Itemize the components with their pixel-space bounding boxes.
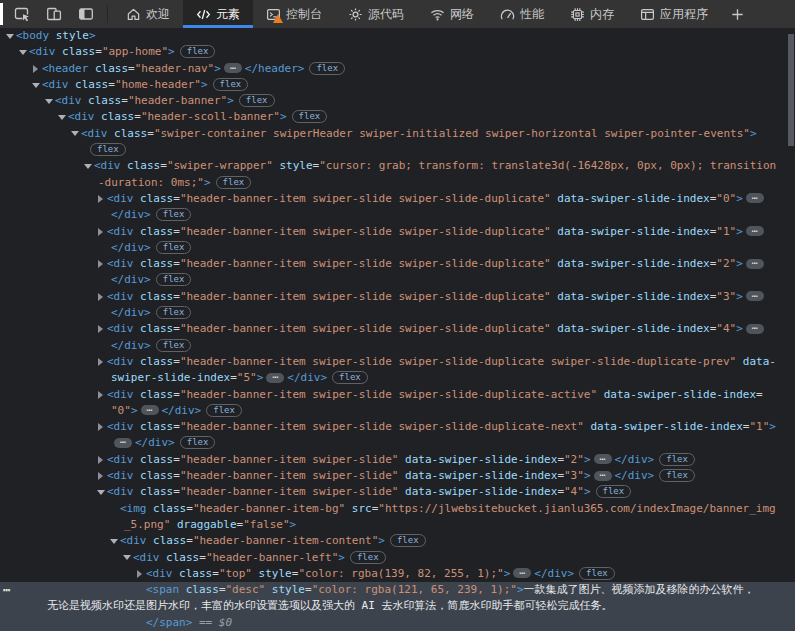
dom-tree-row[interactable]: _5.png" draggable="false">: [0, 517, 795, 533]
inline-expand-ellipsis-button[interactable]: ⋯: [746, 291, 764, 301]
dom-tree-row[interactable]: <div class="header-banner-item swiper-sl…: [0, 354, 795, 370]
expand-arrow-icon[interactable]: [94, 452, 107, 468]
collapse-arrow-icon[interactable]: [3, 28, 16, 44]
dom-tree-row[interactable]: <div class="header-banner-left">flex: [0, 550, 795, 566]
focus-mode-button[interactable]: [70, 0, 102, 28]
flex-badge[interactable]: flex: [180, 45, 216, 58]
dom-tree-row[interactable]: <div class="app-home">flex: [0, 44, 795, 60]
dom-tree-row[interactable]: <div class="header-banner-item-content">…: [0, 533, 795, 549]
tab-welcome[interactable]: 欢迎: [113, 0, 183, 28]
dom-tree-row[interactable]: <div class="header-banner-item swiper-sl…: [0, 191, 795, 207]
flex-badge[interactable]: flex: [90, 143, 126, 156]
inspect-button[interactable]: [6, 0, 38, 28]
dom-tree-row[interactable]: <div class="swiper-container swiperHeade…: [0, 126, 795, 142]
dom-tree-row[interactable]: </div>flex: [0, 338, 795, 354]
tab-application[interactable]: 应用程序: [627, 0, 721, 28]
inline-expand-ellipsis-button[interactable]: ⋯: [746, 324, 764, 334]
dom-tree-row[interactable]: <div class="header-banner-item swiper-sl…: [0, 387, 795, 403]
expand-arrow-icon[interactable]: [94, 191, 107, 207]
dom-tree-row[interactable]: <div class="header-banner-item swiper-sl…: [0, 321, 795, 337]
flex-badge[interactable]: flex: [332, 371, 368, 384]
dom-tree-row[interactable]: "0">⋯</div>flex: [0, 403, 795, 419]
flex-badge[interactable]: flex: [180, 436, 216, 449]
row-menu-ellipsis-icon[interactable]: ⋯: [3, 582, 10, 598]
inline-expand-ellipsis-button[interactable]: ⋯: [224, 63, 242, 73]
inline-expand-ellipsis-button[interactable]: ⋯: [746, 226, 764, 236]
inline-expand-ellipsis-button[interactable]: ⋯: [594, 471, 612, 481]
dom-tree-row[interactable]: <div class="header-banner-item swiper-sl…: [0, 484, 795, 500]
collapse-arrow-icon[interactable]: [107, 533, 120, 549]
dom-tree-row[interactable]: </div>flex: [0, 305, 795, 321]
expand-arrow-icon[interactable]: [94, 256, 107, 272]
dom-tree-row[interactable]: </div>flex: [0, 272, 795, 288]
inline-expand-ellipsis-button[interactable]: ⋯: [746, 259, 764, 269]
flex-badge[interactable]: flex: [216, 176, 252, 189]
tab-memory[interactable]: 内存: [557, 0, 627, 28]
inline-expand-ellipsis-button[interactable]: ⋯: [513, 568, 531, 578]
dom-tree-row[interactable]: <div class="header-banner-item swiper-sl…: [0, 289, 795, 305]
expand-arrow-icon[interactable]: [94, 289, 107, 305]
tab-sources[interactable]: 源代码: [335, 0, 417, 28]
more-tools-button[interactable]: [723, 0, 751, 28]
flex-badge[interactable]: flex: [579, 567, 615, 580]
dom-tree-row[interactable]: <div class="home-header">flex: [0, 77, 795, 93]
dom-tree-row[interactable]: <div class="header-banner-item swiper-sl…: [0, 419, 795, 435]
collapse-arrow-icon[interactable]: [16, 44, 29, 60]
collapse-arrow-icon[interactable]: [120, 550, 133, 566]
dom-tree-row[interactable]: -duration: 0ms;">flex: [0, 175, 795, 191]
flex-badge[interactable]: flex: [659, 469, 695, 482]
inline-expand-ellipsis-button[interactable]: ⋯: [266, 373, 284, 383]
collapse-arrow-icon[interactable]: [29, 77, 42, 93]
flex-badge[interactable]: flex: [156, 306, 192, 319]
tab-console[interactable]: 控制台: [253, 0, 335, 28]
inline-expand-ellipsis-button[interactable]: ⋯: [594, 454, 612, 464]
collapse-arrow-icon[interactable]: [68, 126, 81, 142]
inline-expand-ellipsis-button[interactable]: ⋯: [746, 193, 764, 203]
tab-network[interactable]: 网络: [417, 0, 487, 28]
dom-tree-row[interactable]: <div class="header-scoll-banner">flex: [0, 109, 795, 125]
dom-tree-row[interactable]: <header class="header-nav">⋯</header>fle…: [0, 61, 795, 77]
dom-tree-row[interactable]: <div class="top" style="color: rgba(139,…: [0, 566, 795, 582]
flex-badge[interactable]: flex: [309, 62, 345, 75]
dom-tree-row[interactable]: swiper-slide-index="5">⋯</div>flex: [0, 370, 795, 386]
expand-arrow-icon[interactable]: [94, 224, 107, 240]
flex-badge[interactable]: flex: [659, 453, 695, 466]
collapse-arrow-icon[interactable]: [55, 109, 68, 125]
dom-tree-row[interactable]: <div class="swiper-wrapper" style="curso…: [0, 158, 795, 174]
device-emulation-button[interactable]: [38, 0, 70, 28]
vertical-scrollbar-thumb[interactable]: [788, 34, 794, 146]
dom-tree-row[interactable]: ⋯</div>flex: [0, 435, 795, 451]
dom-tree-row[interactable]: <div class="header-banner-item swiper-sl…: [0, 224, 795, 240]
dom-tree-row[interactable]: </div>flex: [0, 240, 795, 256]
dom-tree-row[interactable]: <div class="header-banner">flex: [0, 93, 795, 109]
collapse-arrow-icon[interactable]: [94, 484, 107, 500]
flex-badge[interactable]: flex: [350, 551, 386, 564]
dom-tree-row[interactable]: <img class="header-banner-item-bg" src="…: [0, 501, 795, 517]
inline-expand-ellipsis-button[interactable]: ⋯: [141, 405, 159, 415]
flex-badge[interactable]: flex: [596, 485, 632, 498]
dom-tree-row-selected[interactable]: 无论是视频水印还是图片水印，丰富的水印设置选项以及强大的 AI 去水印算法，简鹿…: [0, 598, 795, 614]
flex-badge[interactable]: flex: [390, 534, 426, 547]
expand-arrow-icon[interactable]: [94, 354, 107, 370]
flex-badge[interactable]: flex: [156, 241, 192, 254]
expand-arrow-icon[interactable]: [94, 419, 107, 435]
dom-tree-row-selected[interactable]: </span> == $0: [0, 615, 795, 631]
collapse-arrow-icon[interactable]: [42, 93, 55, 109]
expand-arrow-icon[interactable]: [29, 61, 42, 77]
expand-arrow-icon[interactable]: [94, 387, 107, 403]
flex-badge[interactable]: flex: [213, 78, 249, 91]
expand-arrow-icon[interactable]: [133, 566, 146, 582]
tab-elements[interactable]: 元素: [183, 0, 253, 28]
flex-badge[interactable]: flex: [239, 94, 275, 107]
flex-badge[interactable]: flex: [292, 110, 328, 123]
expand-arrow-icon[interactable]: [94, 321, 107, 337]
dom-tree-row[interactable]: </div>flex: [0, 207, 795, 223]
tab-performance[interactable]: 性能: [487, 0, 557, 28]
flex-badge[interactable]: flex: [156, 273, 192, 286]
dom-tree-row[interactable]: <div class="header-banner-item swiper-sl…: [0, 452, 795, 468]
elements-dom-tree[interactable]: <body style><div class="app-home">flex<h…: [0, 28, 795, 631]
dom-tree-row-selected[interactable]: ⋯<span class="desc" style="color: rgba(1…: [0, 582, 795, 598]
dom-tree-row[interactable]: <div class="header-banner-item swiper-sl…: [0, 468, 795, 484]
inline-expand-ellipsis-button[interactable]: ⋯: [114, 438, 132, 448]
flex-badge[interactable]: flex: [156, 208, 192, 221]
